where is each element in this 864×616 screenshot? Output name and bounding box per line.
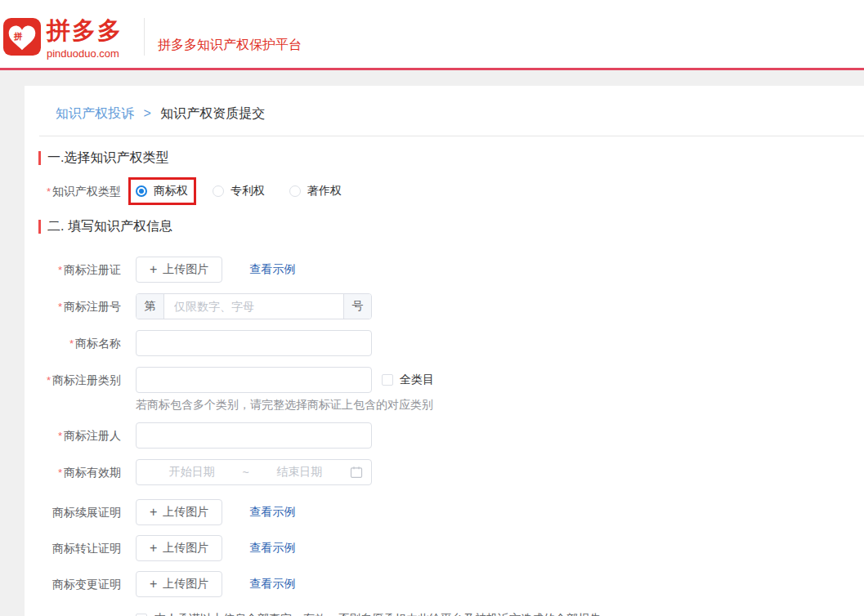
plus-icon: + (150, 262, 157, 277)
radio-copyright[interactable]: 著作权 (289, 184, 342, 199)
agreement-row: 本人承诺以上信息全部真实，有效，否则自愿承担由此给平台及被投诉方造成的全部损失 (136, 612, 864, 616)
radio-unselected-icon (213, 185, 224, 197)
required-mark: * (47, 374, 51, 386)
header-accent-line (0, 68, 864, 70)
content-card: 知识产权投诉 > 知识产权资质提交 一.选择知识产权类型 *知识产权类型 商标权… (25, 86, 864, 616)
validity-daterange-picker[interactable]: 开始日期 ~ 结束日期 (136, 459, 372, 485)
required-mark: * (69, 337, 74, 350)
section-bar-icon (38, 151, 41, 165)
upload-renewal-cert-button[interactable]: + 上传图片 (136, 499, 222, 525)
trademark-regno-group: 第 号 (136, 293, 372, 319)
app-header: 拼 拼多多 pinduoduo.com 拼多多知识产权保护平台 (0, 0, 864, 68)
field-label-renewal-cert: 商标续展证明 (25, 499, 121, 525)
form-row-trademark-regno: *商标注册号 第 号 (25, 293, 864, 320)
regno-prefix: 第 (137, 294, 164, 319)
svg-text:拼: 拼 (13, 31, 23, 41)
field-label-trademark-cert: *商标注册证 (25, 257, 121, 283)
field-label-change-cert: 商标变更证明 (25, 571, 121, 597)
header-divider (144, 18, 145, 56)
end-date-placeholder: 结束日期 (253, 465, 347, 480)
radio-trademark[interactable]: 商标权 (136, 184, 188, 199)
trademark-name-input[interactable] (136, 330, 372, 356)
category-hint: 若商标包含多个类别，请完整选择商标证上包含的对应类别 (136, 398, 434, 413)
breadcrumb-separator: > (143, 106, 150, 120)
checkbox-icon (382, 374, 393, 386)
breadcrumb-link-ip-complaint[interactable]: 知识产权投诉 (56, 106, 134, 120)
pinduoduo-logo-icon: 拼 (3, 18, 41, 56)
plus-icon: + (150, 541, 157, 556)
form-row-trademark-name: *商标名称 (25, 330, 864, 357)
field-label-trademark-regno: *商标注册号 (25, 293, 121, 320)
section-title-select-type: 一.选择知识产权类型 (38, 150, 864, 167)
trademark-registrant-input[interactable] (136, 422, 372, 449)
radio-unselected-icon (289, 185, 301, 197)
platform-title: 拼多多知识产权保护平台 (158, 37, 302, 54)
ip-type-radio-group: 商标权 专利权 著作权 (136, 178, 366, 204)
field-label-ip-type: *知识产权类型 (25, 178, 121, 205)
form-row-trademark-category: *商标注册类别 全类目 若商标包含多个类别，请完整选择商标证上包含的对应类别 (25, 367, 864, 413)
plus-icon: + (150, 577, 157, 591)
form-rows: *商标注册证 + 上传图片 查看示例 *商标注册号 第 号 (25, 257, 864, 616)
form-row-transfer-cert: 商标转让证明 + 上传图片 查看示例 (25, 535, 864, 561)
view-example-link-change-cert[interactable]: 查看示例 (249, 577, 295, 591)
section-bar-icon (38, 220, 41, 234)
form-row-renewal-cert: 商标续展证明 + 上传图片 查看示例 (25, 499, 864, 525)
required-mark: * (58, 301, 62, 313)
upload-change-cert-button[interactable]: + 上传图片 (136, 571, 222, 597)
brand-name: 拼多多 (47, 18, 123, 42)
section-title-text: 一.选择知识产权类型 (47, 150, 168, 167)
section-title-text: 二. 填写知识产权信息 (47, 218, 172, 235)
upload-trademark-cert-button[interactable]: + 上传图片 (136, 257, 222, 283)
field-label-transfer-cert: 商标转让证明 (25, 535, 121, 561)
all-categories-checkbox[interactable]: 全类目 (382, 367, 434, 393)
required-mark: * (58, 430, 62, 442)
field-label-trademark-validity: *商标有效期 (25, 459, 121, 486)
trademark-regno-input[interactable] (164, 294, 343, 319)
regno-suffix: 号 (343, 294, 371, 319)
brand-domain: pinduoduo.com (47, 47, 123, 60)
start-date-placeholder: 开始日期 (145, 465, 239, 480)
field-label-trademark-category: *商标注册类别 (25, 367, 121, 394)
section-title-fill-info: 二. 填写知识产权信息 (38, 218, 864, 235)
calendar-icon (350, 466, 363, 479)
field-label-trademark-registrant: *商标注册人 (25, 422, 121, 449)
required-mark: * (58, 466, 62, 479)
radio-patent[interactable]: 专利权 (213, 184, 265, 199)
breadcrumb: 知识产权投诉 > 知识产权资质提交 (39, 86, 864, 136)
view-example-link-renewal-cert[interactable]: 查看示例 (249, 505, 295, 520)
form-row-trademark-cert: *商标注册证 + 上传图片 查看示例 (25, 257, 864, 283)
trademark-category-input[interactable] (136, 367, 372, 393)
view-example-link-transfer-cert[interactable]: 查看示例 (249, 541, 295, 556)
form-row-trademark-registrant: *商标注册人 (25, 422, 864, 449)
upload-transfer-cert-button[interactable]: + 上传图片 (136, 535, 222, 561)
required-mark: * (58, 264, 62, 276)
agreement-text: 本人承诺以上信息全部真实，有效，否则自愿承担由此给平台及被投诉方造成的全部损失 (154, 612, 601, 616)
field-label-trademark-name: *商标名称 (25, 330, 121, 357)
form-row-trademark-validity: *商标有效期 开始日期 ~ 结束日期 (25, 459, 864, 486)
breadcrumb-current: 知识产权资质提交 (160, 106, 265, 120)
plus-icon: + (150, 505, 157, 520)
pinduoduo-logo[interactable]: 拼 拼多多 pinduoduo.com (3, 8, 123, 60)
form-row-ip-type: *知识产权类型 商标权 专利权 著作权 (25, 178, 864, 205)
radio-selected-icon (136, 185, 147, 197)
daterange-separator: ~ (239, 466, 252, 479)
required-mark: * (47, 185, 51, 198)
form-row-change-cert: 商标变更证明 + 上传图片 查看示例 (25, 571, 864, 597)
view-example-link-trademark-cert[interactable]: 查看示例 (249, 262, 295, 277)
